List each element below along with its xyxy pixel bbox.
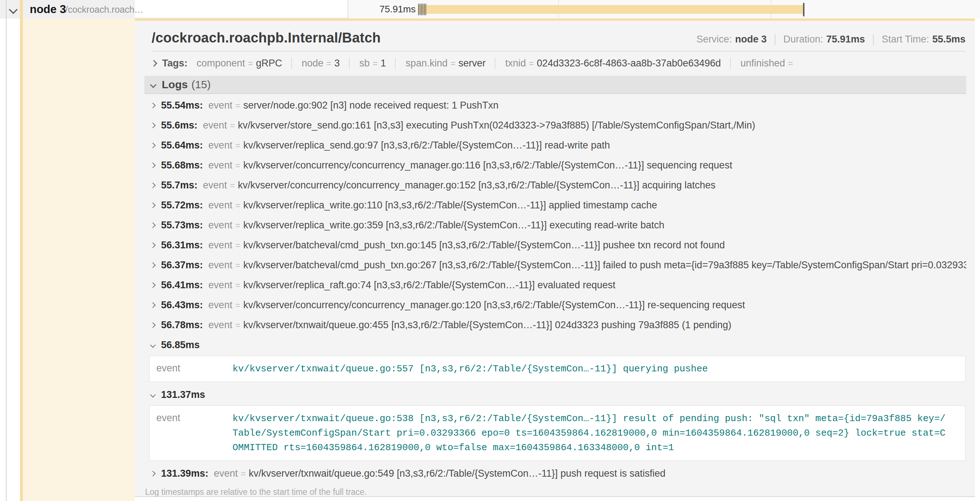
log-event-detail: eventkv/kvserver/txnwait/queue.go:557 [n…: [150, 356, 966, 382]
span-timeline-row[interactable]: node 3 /cockroach.roach… 75.91ms: [0, 0, 980, 19]
log-row[interactable]: 56.37ms:event=kv/kvserver/batcheval/cmd_…: [144, 255, 966, 275]
chevron-right-icon: [150, 322, 156, 328]
log-tick: [424, 4, 425, 15]
chevron-right-icon: [150, 203, 156, 208]
log-field-value: kv/kvserver/replica_write.go:110 [n3,s3,…: [243, 199, 657, 211]
tag-key: sb: [360, 58, 370, 69]
equals-sign: =: [235, 161, 240, 171]
log-timestamp: 56.85ms: [161, 340, 200, 351]
log-field-key: event: [156, 362, 232, 376]
log-timestamp: 55.7ms:: [161, 180, 198, 191]
tag-key: component: [197, 58, 245, 69]
tags-accordion[interactable]: Tags: component=gRPCnode=3sb=1span.kind=…: [152, 56, 966, 70]
equals-sign: =: [788, 59, 793, 68]
equals-sign: =: [235, 300, 240, 310]
span-duration-label: 75.91ms: [348, 0, 416, 19]
log-tick: [421, 4, 422, 15]
tag-key: node: [302, 58, 323, 69]
span-duration-bar[interactable]: [418, 5, 804, 14]
span-service-name[interactable]: node 3: [30, 0, 66, 19]
span-title: /cockroach.roachpb.Internal/Batch: [152, 30, 381, 46]
log-field-value: kv/kvserver/txnwait/queue.go:549 [n3,s3,…: [249, 468, 665, 479]
service-label: Service:: [696, 34, 732, 45]
log-row[interactable]: 55.68ms:event=kv/kvserver/concurrency/co…: [144, 155, 966, 176]
log-field-key: event: [208, 220, 232, 231]
tag-item: node=3: [291, 58, 340, 69]
log-row-expanded-header[interactable]: 56.85ms: [144, 335, 966, 355]
log-timestamp: 131.37ms: [161, 389, 205, 400]
log-row[interactable]: 55.7ms:event=kv/kvserver/concurrency/con…: [144, 176, 966, 195]
log-row-expanded-header[interactable]: 131.37ms: [144, 385, 966, 405]
chevron-down-icon: [150, 392, 156, 398]
chevron-right-icon: [150, 471, 156, 477]
tag-key: span.kind: [406, 58, 447, 69]
tag-value: 024d3323-6c8f-4863-aa8b-37ab0e63496d: [537, 58, 721, 69]
log-field-key: event: [203, 120, 227, 131]
tag-key: txnid: [505, 58, 526, 69]
log-timestamp: 55.68ms:: [161, 160, 203, 171]
chevron-right-icon: [150, 123, 156, 129]
log-row[interactable]: 55.72ms:event=kv/kvserver/replica_write.…: [144, 195, 966, 215]
log-field-value: kv/kvserver/concurrency/concurrency_mana…: [243, 300, 745, 311]
equals-sign: =: [326, 59, 331, 68]
span-operation-name[interactable]: /cockroach.roach…: [65, 0, 143, 19]
log-field-key: event: [208, 160, 232, 171]
log-end-marker: [803, 3, 805, 16]
tag-value: gRPC: [256, 58, 282, 69]
log-row[interactable]: 56.78ms:event=kv/kvserver/txnwait/queue.…: [144, 315, 966, 335]
tags-list: component=gRPCnode=3sb=1span.kind=server…: [188, 58, 796, 69]
log-field-value: kv/kvserver/replica_send.go:97 [n3,s3,r6…: [243, 140, 610, 151]
logs-footer-note: Log timestamps are relative to the start…: [144, 487, 966, 497]
log-row[interactable]: 56.31ms:event=kv/kvserver/batcheval/cmd_…: [144, 235, 966, 255]
log-field-key: event: [208, 140, 232, 151]
selected-span-row-tint: [23, 19, 135, 501]
log-row[interactable]: 55.64ms:event=kv/kvserver/replica_send.g…: [144, 136, 966, 155]
log-row[interactable]: 55.73ms:event=kv/kvserver/replica_write.…: [144, 215, 966, 235]
equals-sign: =: [235, 200, 240, 211]
logs-title: Logs: [162, 78, 188, 91]
tag-value: server: [458, 58, 486, 69]
log-tick: [420, 4, 420, 15]
chevron-right-icon: [152, 60, 158, 67]
equals-sign: =: [230, 180, 235, 191]
duration-value: 75.91ms: [826, 34, 865, 45]
log-field-key: event: [203, 180, 227, 191]
log-field-key: event: [208, 239, 232, 251]
divider: [873, 34, 874, 45]
chevron-right-icon: [150, 282, 156, 288]
log-field-key: event: [156, 411, 232, 455]
chevron-right-icon: [150, 243, 156, 248]
logs-section: Logs (15) 55.54ms:event=server/node.go:9…: [144, 76, 966, 497]
span-detail-panel: /cockroach.roachpb.Internal/Batch Servic…: [135, 19, 975, 497]
log-row[interactable]: 56.41ms:event=kv/kvserver/replica_raft.g…: [144, 275, 966, 295]
equals-sign: =: [235, 280, 240, 290]
chevron-right-icon: [150, 183, 156, 188]
log-row[interactable]: 55.54ms:event=server/node.go:902 [n3] no…: [144, 96, 966, 115]
service-value: node 3: [735, 34, 767, 45]
log-timestamp: 56.31ms:: [161, 239, 203, 251]
log-timestamp: 56.37ms:: [161, 260, 203, 271]
tag-key: unfinished: [741, 58, 785, 69]
equals-sign: =: [235, 240, 240, 250]
equals-sign: =: [235, 101, 240, 111]
log-timestamp: 131.39ms:: [161, 468, 208, 479]
log-row[interactable]: 56.43ms:event=kv/kvserver/concurrency/co…: [144, 295, 966, 315]
start-time-value: 55.5ms: [932, 34, 966, 45]
equals-sign: =: [235, 320, 240, 330]
log-row[interactable]: 55.6ms:event=kv/kvserver/store_send.go:1…: [144, 115, 966, 136]
log-field-key: event: [208, 300, 232, 311]
span-color-band: [20, 0, 23, 501]
chevron-right-icon: [150, 262, 156, 268]
log-row[interactable]: 131.39ms:event=kv/kvserver/txnwait/queue…: [144, 464, 966, 483]
logs-accordion-header[interactable]: Logs (15): [144, 76, 966, 94]
log-field-key: event: [208, 260, 232, 271]
log-field-key: event: [208, 279, 232, 291]
span-detail-header: /cockroach.roachpb.Internal/Batch Servic…: [135, 21, 975, 46]
log-field-key: event: [208, 199, 232, 211]
log-timestamp: 55.72ms:: [161, 199, 203, 211]
chevron-right-icon: [150, 143, 156, 148]
tree-indent-guide: [6, 0, 6, 501]
log-tick: [425, 4, 426, 15]
log-event-detail: eventkv/kvserver/txnwait/queue.go:538 [n…: [150, 405, 966, 461]
log-field-value: kv/kvserver/store_send.go:161 [n3,s3] ex…: [238, 120, 756, 131]
